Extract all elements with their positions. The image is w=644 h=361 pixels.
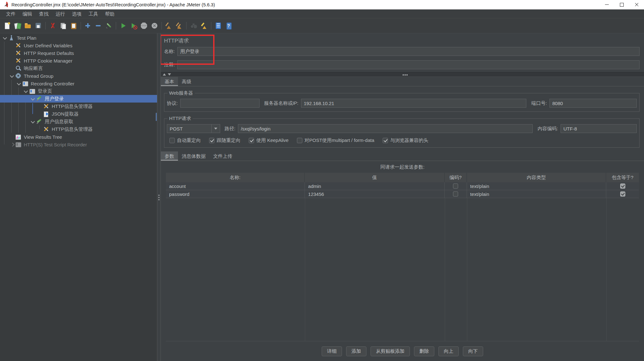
param-name-cell[interactable]: account — [166, 182, 305, 190]
include-equals-cell[interactable] — [606, 182, 639, 190]
tree-chevron-icon[interactable] — [23, 87, 29, 95]
search-button[interactable] — [188, 21, 198, 31]
tree-chevron-icon[interactable] — [9, 42, 15, 49]
encoding-input[interactable] — [561, 124, 637, 133]
tree-item[interactable]: HTTP(S) Test Script Recorder — [0, 141, 157, 148]
checkbox-icon[interactable] — [249, 138, 254, 143]
maximize-button[interactable] — [614, 0, 629, 9]
help-button[interactable] — [224, 21, 233, 31]
table-action-button[interactable]: 删除 — [414, 346, 434, 356]
search-reset-button[interactable] — [199, 21, 209, 31]
port-input[interactable] — [549, 99, 637, 108]
encode-cell[interactable] — [445, 190, 467, 198]
menu-item[interactable]: 编辑 — [19, 10, 36, 18]
collapse-down-icon[interactable] — [168, 73, 171, 76]
tree-item[interactable]: Thread Group — [0, 72, 157, 80]
password-button[interactable]: password 123456 text/plain — [166, 190, 639, 198]
checkbox-icon[interactable] — [209, 138, 214, 143]
checkbox-icon[interactable] — [297, 138, 302, 143]
encode-cell[interactable] — [445, 182, 467, 190]
table-action-button[interactable]: 从剪贴板添加 — [371, 346, 410, 356]
tree-chevron-icon[interactable] — [9, 72, 15, 80]
tree-item[interactable]: JSON提取器 — [0, 110, 157, 118]
tree-item[interactable]: View Results Tree — [0, 133, 157, 141]
cut-button[interactable] — [48, 21, 57, 31]
splitter-handle-icon[interactable] — [403, 74, 404, 76]
tab[interactable]: 基本 — [161, 77, 178, 86]
tree-chevron-icon[interactable] — [37, 125, 43, 133]
tree-chevron-icon[interactable] — [9, 133, 15, 141]
option-checkbox[interactable]: 使用 KeepAlive — [249, 137, 289, 144]
tree-chevron-icon[interactable] — [30, 95, 36, 103]
table-action-button[interactable]: 添加 — [346, 346, 366, 356]
tree-item[interactable]: 响应断言 — [0, 64, 157, 72]
tree-chevron-icon[interactable] — [37, 110, 43, 118]
menu-item[interactable]: 查找 — [36, 10, 52, 18]
dropdown-arrow-icon[interactable] — [211, 124, 220, 133]
param-value-cell[interactable]: 123456 — [305, 190, 445, 198]
tree-item[interactable]: HTTP信息头管理器 — [0, 125, 157, 133]
menu-item[interactable]: 工具 — [85, 10, 102, 18]
menu-item[interactable]: 选项 — [69, 10, 85, 18]
protocol-input[interactable] — [180, 99, 260, 108]
content-type-cell[interactable]: text/plain — [467, 190, 606, 198]
checkbox-icon[interactable] — [383, 138, 388, 143]
param-tab[interactable]: 消息体数据 — [178, 151, 209, 161]
clear-button[interactable] — [164, 21, 174, 31]
table-action-button[interactable]: 向上 — [438, 346, 459, 356]
tab[interactable]: 高级 — [178, 77, 195, 86]
shutdown-button[interactable] — [149, 21, 159, 31]
include-equals-cell[interactable] — [606, 190, 639, 198]
remove-button[interactable] — [93, 21, 103, 31]
menu-item[interactable]: 运行 — [52, 10, 69, 18]
collapse-up-icon[interactable] — [163, 73, 166, 76]
open-file-button[interactable] — [23, 21, 33, 31]
param-name-cell[interactable]: password — [166, 190, 305, 198]
tree-item[interactable]: Recording Controller — [0, 80, 157, 87]
copy-button[interactable] — [58, 21, 68, 31]
encode-checkbox-icon[interactable] — [453, 191, 458, 197]
encode-checkbox-icon[interactable] — [453, 184, 458, 189]
tree-chevron-icon[interactable] — [9, 64, 15, 72]
option-checkbox[interactable]: 自动重定向 — [169, 137, 201, 144]
option-checkbox[interactable]: 对POST使用multipart / form-data — [297, 137, 374, 144]
add-button[interactable] — [83, 21, 93, 31]
option-checkbox[interactable]: 与浏览器兼容的头 — [383, 137, 428, 144]
menu-item[interactable]: 帮助 — [102, 10, 118, 18]
content-type-cell[interactable]: text/plain — [467, 182, 606, 190]
include-equals-checkbox-icon[interactable] — [620, 191, 625, 197]
comment-input[interactable] — [177, 60, 640, 69]
param-tab[interactable]: 文件上传 — [209, 151, 236, 161]
tree-chevron-icon[interactable] — [9, 49, 15, 57]
stop-button[interactable] — [139, 21, 149, 31]
server-input[interactable] — [301, 99, 526, 108]
panel-splitter[interactable] — [157, 33, 161, 361]
paste-button[interactable] — [69, 21, 78, 31]
checkbox-icon[interactable] — [169, 138, 175, 143]
tree-item[interactable]: 登录页 — [0, 87, 157, 95]
tree-chevron-icon[interactable] — [30, 118, 36, 125]
method-select[interactable]: POST — [167, 124, 220, 133]
tree-item[interactable]: 用户信息获取 — [0, 118, 157, 125]
start-button[interactable] — [118, 21, 128, 31]
templates-button[interactable] — [12, 21, 22, 31]
param-value-cell[interactable]: admin — [305, 182, 445, 190]
tree-item[interactable]: 用户登录 — [0, 95, 157, 103]
start-no-timers-button[interactable] — [128, 21, 138, 31]
tree-chevron-icon[interactable] — [2, 34, 8, 42]
tree-chevron-icon[interactable] — [9, 57, 15, 64]
clear-all-button[interactable] — [174, 21, 184, 31]
option-checkbox[interactable]: 跟随重定向 — [209, 137, 240, 144]
save-button[interactable] — [33, 21, 43, 31]
close-button[interactable] — [629, 0, 644, 9]
function-helper-button[interactable] — [213, 21, 223, 31]
table-action-button[interactable]: 向下 — [463, 346, 483, 356]
path-input[interactable] — [238, 124, 533, 133]
tree-item[interactable]: HTTP信息头管理器 — [0, 103, 157, 110]
tree-item[interactable]: HTTP Cookie Manager — [0, 57, 157, 64]
tree-item[interactable]: User Defined Variables — [0, 42, 157, 49]
table-action-button[interactable]: 详细 — [322, 346, 342, 356]
toggle-pencil-button[interactable] — [104, 21, 114, 31]
include-equals-checkbox-icon[interactable] — [620, 184, 625, 189]
param-tab[interactable]: 参数 — [161, 151, 178, 161]
